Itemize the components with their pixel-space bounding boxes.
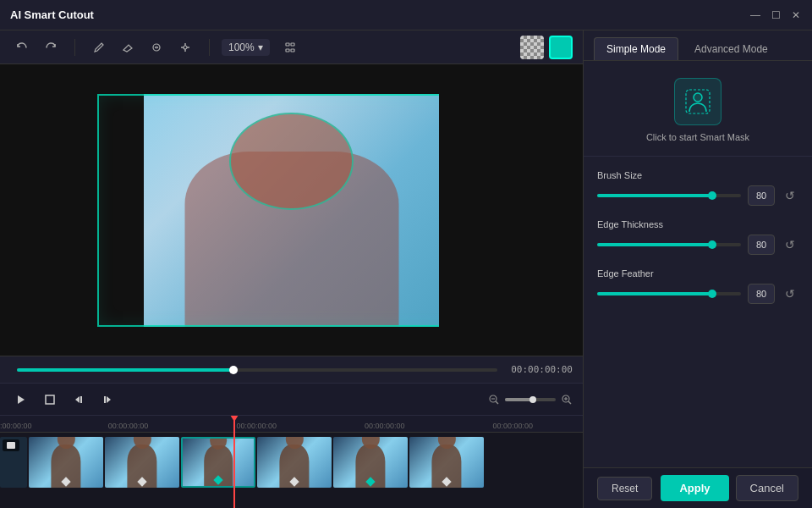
scrubber-fill: [17, 368, 233, 372]
edge-feather-slider-row: 80 ↺: [597, 284, 798, 304]
edge-feather-reset[interactable]: ↺: [782, 285, 798, 302]
play-button[interactable]: [10, 389, 32, 411]
thumb-label-item: [0, 437, 27, 488]
svg-marker-10: [107, 396, 111, 403]
list-item[interactable]: [257, 437, 332, 488]
pan-button[interactable]: [173, 36, 197, 59]
brush-size-fill: [597, 194, 712, 197]
svg-rect-4: [286, 49, 289, 52]
brush-size-reset[interactable]: ↺: [782, 187, 798, 204]
timeline-playhead[interactable]: [233, 416, 235, 508]
playhead-triangle: [230, 415, 239, 422]
checker-bg-button[interactable]: [520, 36, 544, 59]
list-item[interactable]: [29, 437, 103, 488]
brush-tools: [87, 36, 197, 59]
titlebar: AI Smart Cutout — ☐ ✕: [0, 0, 812, 30]
edge-thickness-slider-row: 80 ↺: [597, 235, 798, 255]
stop-button[interactable]: [39, 389, 61, 411]
time-display: 00:00:00:00: [511, 364, 573, 375]
preview-left-dark: [97, 94, 144, 327]
zoom-slider[interactable]: [505, 398, 556, 401]
minimize-button[interactable]: —: [749, 9, 761, 21]
video-preview: [97, 94, 486, 327]
tab-simple-mode[interactable]: Simple Mode: [594, 37, 678, 60]
svg-rect-11: [104, 396, 106, 403]
controls-section: Brush Size 80 ↺ Edge Thickness: [584, 157, 812, 467]
edge-thickness-value: 80: [748, 235, 775, 255]
teal-bg-button[interactable]: [549, 36, 573, 59]
close-button[interactable]: ✕: [790, 9, 802, 21]
undo-button[interactable]: [10, 36, 34, 59]
brush-button[interactable]: [87, 36, 111, 59]
svg-point-0: [153, 44, 160, 51]
tab-advanced-mode[interactable]: Advanced Mode: [682, 37, 781, 60]
ruler-mark-3: 00:00:00:00: [365, 422, 405, 430]
cancel-button[interactable]: Cancel: [736, 475, 798, 501]
brush-size-value: 80: [748, 185, 775, 206]
list-item[interactable]: [333, 437, 408, 488]
apply-button[interactable]: Apply: [661, 475, 728, 501]
list-item[interactable]: [181, 437, 255, 488]
svg-point-19: [694, 93, 702, 102]
main-layout: 100% ▾: [0, 30, 812, 508]
frame-forward-button[interactable]: [96, 389, 118, 411]
thumbnail-strip: [0, 433, 583, 492]
brush-size-slider[interactable]: [597, 194, 741, 197]
person-head: [229, 113, 354, 211]
edge-thickness-fill: [597, 243, 712, 246]
zoom-in-icon[interactable]: [561, 394, 573, 406]
playback-controls: [0, 383, 583, 415]
edge-thickness-slider[interactable]: [597, 243, 741, 246]
window-controls: — ☐ ✕: [749, 9, 802, 21]
eraser-button[interactable]: [116, 36, 140, 59]
right-panel: Simple Mode Advanced Mode Click to start…: [584, 30, 812, 508]
svg-marker-8: [75, 396, 80, 403]
thumb-head: [437, 437, 455, 449]
edge-thickness-reset[interactable]: ↺: [782, 236, 798, 253]
brush-size-thumb[interactable]: [708, 191, 716, 200]
smart-mask-button[interactable]: [674, 78, 721, 125]
timeline-strip[interactable]: 00:00:00:00 00:00:00:00 00:00:00:00 00:0…: [0, 415, 583, 508]
ruler-mark-1: 00:00:00:00: [108, 422, 149, 430]
redo-button[interactable]: [39, 36, 63, 59]
preview-area: [0, 64, 583, 356]
bottom-actions: Apply Cancel: [661, 475, 798, 501]
reset-button[interactable]: Reset: [597, 477, 652, 500]
history-tools: [10, 36, 63, 59]
brush-size-slider-row: 80 ↺: [597, 185, 798, 206]
svg-marker-6: [18, 395, 25, 404]
edge-thickness-control: Edge Thickness 80 ↺: [597, 219, 798, 255]
smart-mask-area: Click to start Smart Mask: [584, 61, 812, 157]
edge-feather-thumb[interactable]: [708, 290, 716, 298]
thumb-video-label: [3, 439, 19, 451]
brush-size-label: Brush Size: [597, 170, 798, 180]
time-scrubber-bar: 00:00:00:00: [0, 356, 583, 383]
scrubber-thumb[interactable]: [229, 366, 238, 374]
list-item[interactable]: [409, 437, 484, 488]
zoom-slider-thumb[interactable]: [529, 396, 536, 403]
thumb-head: [285, 437, 303, 449]
edge-feather-slider[interactable]: [597, 292, 741, 295]
frame-back-button[interactable]: [68, 389, 90, 411]
time-scrubber[interactable]: [17, 368, 497, 372]
edge-feather-control: Edge Feather 80 ↺: [597, 268, 798, 304]
separator-2: [209, 39, 210, 56]
zoom-control[interactable]: 100% ▾: [222, 39, 270, 56]
maximize-button[interactable]: ☐: [770, 9, 782, 21]
fit-screen-button[interactable]: [278, 36, 302, 59]
svg-rect-7: [46, 395, 54, 404]
preview-canvas[interactable]: [97, 94, 486, 327]
zoom-out-icon[interactable]: [488, 394, 500, 406]
svg-rect-2: [286, 43, 289, 46]
svg-rect-5: [291, 49, 294, 52]
bottom-bar: Reset Apply Cancel: [584, 467, 812, 508]
ruler-mark-4: 00:00:00:00: [493, 422, 534, 430]
timeline-ruler: 00:00:00:00 00:00:00:00 00:00:00:00 00:0…: [0, 416, 583, 433]
list-item[interactable]: [105, 437, 179, 488]
app-title: AI Smart Cutout: [10, 8, 749, 21]
edge-thickness-thumb[interactable]: [708, 240, 716, 249]
svg-line-13: [496, 401, 498, 404]
thumb-head: [210, 437, 227, 450]
restore-button[interactable]: [145, 36, 168, 59]
svg-point-1: [184, 46, 187, 49]
